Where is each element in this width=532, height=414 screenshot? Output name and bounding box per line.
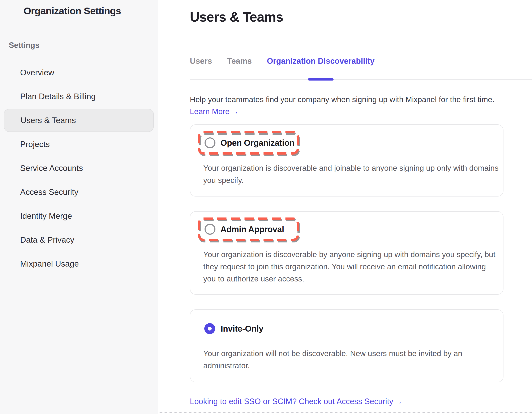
option-label: Open Organization bbox=[220, 138, 294, 148]
option-card-admin-approval: Admin Approval Your organization is disc… bbox=[190, 211, 504, 295]
radio-open-organization[interactable] bbox=[205, 137, 215, 148]
sidebar-item-projects[interactable]: Projects bbox=[0, 132, 158, 156]
radio-invite-only[interactable] bbox=[204, 323, 215, 334]
sidebar-item-overview[interactable]: Overview bbox=[0, 61, 158, 85]
annotation-admin-approval: Admin Approval bbox=[198, 217, 299, 241]
tab-teams[interactable]: Teams bbox=[227, 57, 252, 79]
sidebar-item-label: Access Security bbox=[20, 188, 78, 197]
tab-label: Teams bbox=[227, 57, 252, 66]
sidebar-item-users-teams[interactable]: Users & Teams bbox=[4, 109, 154, 132]
option-description: Your organization is discoverable and jo… bbox=[203, 162, 500, 187]
option-label: Invite-Only bbox=[221, 324, 263, 333]
arrow-right-icon: → bbox=[394, 397, 402, 406]
radio-admin-approval[interactable] bbox=[205, 224, 215, 235]
annotation-open-organization: Open Organization bbox=[198, 131, 299, 155]
sidebar-item-identity-merge[interactable]: Identity Merge bbox=[0, 204, 158, 228]
next-section-top-border bbox=[159, 412, 532, 413]
sidebar-item-data-privacy[interactable]: Data & Privacy bbox=[0, 228, 158, 252]
sidebar-item-label: Overview bbox=[20, 68, 54, 77]
option-card-open-organization: Open Organization Your organization is d… bbox=[190, 124, 504, 197]
invite-only-row: Invite-Only bbox=[204, 323, 495, 334]
sidebar-item-plan-details-billing[interactable]: Plan Details & Billing bbox=[0, 85, 158, 108]
sidebar-item-label: Identity Merge bbox=[20, 211, 72, 221]
organization-settings-page: Organization Settings Settings Overview … bbox=[0, 0, 532, 414]
sidebar-item-service-accounts[interactable]: Service Accounts bbox=[0, 156, 158, 180]
users-teams-content: Users & Teams Users Teams Organization D… bbox=[158, 0, 532, 414]
sidebar-title: Organization Settings bbox=[23, 5, 158, 17]
sidebar-nav: Overview Plan Details & Billing Users & … bbox=[0, 61, 158, 276]
learn-more-label: Learn More bbox=[190, 107, 229, 116]
sidebar-item-label: Data & Privacy bbox=[20, 235, 74, 245]
access-security-link[interactable]: Looking to edit SSO or SCIM? Check out A… bbox=[190, 397, 402, 406]
tab-label: Organization Discoverability bbox=[267, 57, 374, 66]
sidebar-item-label: Mixpanel Usage bbox=[20, 259, 79, 268]
sidebar-item-label: Service Accounts bbox=[20, 164, 83, 173]
sidebar-section-label: Settings bbox=[9, 41, 158, 50]
tab-bar: Users Teams Organization Discoverability bbox=[190, 57, 532, 80]
sidebar-item-label: Users & Teams bbox=[20, 116, 76, 125]
sidebar-item-label: Plan Details & Billing bbox=[20, 92, 96, 101]
page-title: Users & Teams bbox=[190, 9, 532, 25]
settings-sidebar: Organization Settings Settings Overview … bbox=[0, 0, 158, 414]
discoverability-intro-text: Help your teammates find your company wh… bbox=[190, 94, 504, 105]
tab-organization-discoverability[interactable]: Organization Discoverability bbox=[267, 57, 374, 79]
option-card-invite-only: Invite-Only Your organization will not b… bbox=[190, 309, 504, 382]
sidebar-item-access-security[interactable]: Access Security bbox=[0, 180, 158, 204]
sidebar-item-label: Projects bbox=[20, 140, 50, 149]
learn-more-link[interactable]: Learn More→ bbox=[190, 107, 238, 116]
option-description: Your organization will not be discoverab… bbox=[203, 348, 500, 372]
access-security-label: Looking to edit SSO or SCIM? Check out A… bbox=[190, 397, 393, 406]
tab-users[interactable]: Users bbox=[190, 57, 212, 79]
active-tab-indicator bbox=[308, 78, 333, 81]
tab-label: Users bbox=[190, 57, 212, 66]
sidebar-item-mixpanel-usage[interactable]: Mixpanel Usage bbox=[0, 252, 158, 276]
arrow-right-icon: → bbox=[231, 107, 238, 116]
option-description: Your organization is discoverable by any… bbox=[203, 249, 500, 285]
option-label: Admin Approval bbox=[220, 225, 284, 234]
